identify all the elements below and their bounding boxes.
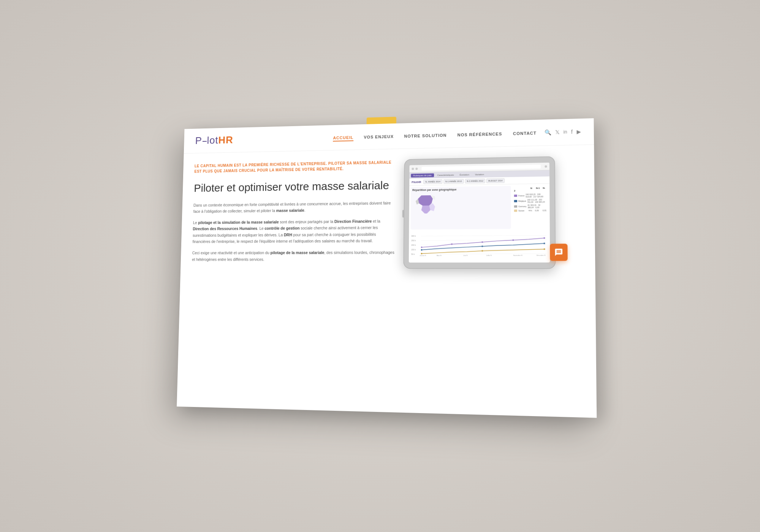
legend-color-3	[514, 205, 517, 207]
nav-item-enjeux[interactable]: VOS ENJEUX	[364, 133, 394, 140]
search-icon[interactable]: 🔍	[545, 129, 551, 135]
svg-point-15	[421, 249, 423, 251]
svg-text:200 k: 200 k	[411, 244, 416, 246]
svg-line-7	[421, 245, 546, 245]
nav-item-contact[interactable]: CONTACT	[513, 129, 537, 136]
legend-row-1: France 240 918,20 249 519,60 217 324,60	[514, 193, 546, 198]
legend-val-3: 61 303,31 32 380,04 0,00	[528, 204, 547, 209]
nav-item-accueil[interactable]: ACCUEIL	[333, 134, 353, 141]
svg-point-10	[421, 247, 423, 248]
twitter-icon[interactable]: 𝕏	[555, 129, 560, 135]
tablet-chart-area: 300 k 250 k 200 k 150 k 50 k	[409, 230, 550, 258]
svg-point-17	[543, 242, 545, 244]
headline: Piloter et optimiser votre masse salaria…	[194, 178, 397, 195]
nav-item-solution[interactable]: NOTRE SOLUTION	[404, 131, 447, 139]
legend-row-4: Suisse 44 k 0,00 0,01	[514, 209, 546, 212]
right-column: Rubriques de paie Caractéristiques Évolu…	[404, 156, 560, 269]
tablet-legend: N N-1 N-2 France 240 918,20 249 519,60 2…	[513, 185, 548, 229]
svg-text:50 k: 50 k	[411, 253, 415, 255]
tablet-stat-2: N-1 ANNÉE 2013	[443, 179, 464, 184]
legend-color-4	[514, 209, 517, 212]
paragraph-2: Le pilotage et la simulation de la masse…	[192, 218, 396, 245]
tablet-tab-caracteristiques[interactable]: Caractéristiques	[435, 173, 456, 177]
france-map-svg	[415, 192, 437, 219]
nav-link-contact[interactable]: CONTACT	[513, 131, 537, 136]
legend-label-germany: Germany	[518, 205, 526, 207]
tablet-tab-rubriques[interactable]: Rubriques de paie	[411, 173, 434, 177]
dot-1	[412, 168, 414, 170]
nav-link-enjeux[interactable]: VOS ENJEUX	[364, 134, 394, 139]
svg-text:300 k: 300 k	[411, 235, 416, 237]
svg-text:Juillet N: Juillet N	[486, 255, 492, 256]
logo-pilot-text: Plot	[195, 135, 218, 147]
tablet-logo: PilotHR	[412, 180, 421, 183]
svg-text:250 k: 250 k	[411, 240, 416, 242]
tablet-stat-4: BUDGET 2014	[486, 178, 505, 183]
legend-val-2: 160 111,30 202 761,00 130 684,24	[527, 198, 546, 203]
linkedin-icon[interactable]: in	[564, 129, 567, 135]
svg-point-20	[544, 249, 545, 250]
legend-label-belgique: Belgique	[518, 200, 526, 202]
legend-color-1	[514, 195, 517, 197]
legend-label-suisse: Suisse	[518, 209, 524, 212]
paragraph-3: Ceci exige une réactivité et une anticip…	[192, 249, 396, 263]
tablet-map-title: Répartition par zone géographique	[411, 186, 511, 193]
dot-3	[545, 165, 547, 168]
legend-val-1: 240 918,20 249 519,60 217 324,60	[526, 193, 546, 198]
nav-item-references[interactable]: NOS RÉFÉRENCES	[458, 130, 502, 138]
svg-line-6	[421, 240, 546, 241]
tablet-tab-evolution[interactable]: Évolution	[458, 173, 472, 177]
svg-point-12	[481, 241, 483, 243]
svg-point-13	[512, 239, 514, 241]
main-content: LE CAPITAL HUMAIN EST LA PREMIÈRE RICHES…	[180, 145, 595, 277]
svg-text:Janvier N: Janvier N	[420, 255, 426, 256]
card: Plot HR ACCUEIL VOS ENJEUX NOTRE SOLUTIO…	[177, 118, 597, 418]
facebook-icon[interactable]: f	[571, 129, 573, 135]
svg-point-19	[481, 250, 483, 252]
svg-text:Juin N: Juin N	[463, 255, 468, 256]
legend-val-4: 44 k 0,00 0,01	[529, 209, 547, 212]
nav-link-accueil[interactable]: ACCUEIL	[333, 135, 353, 142]
logo-hr-text: HR	[218, 134, 233, 146]
nav-link-solution[interactable]: NOTRE SOLUTION	[404, 133, 447, 138]
tablet-stats: N. ANNÉE 2014 N-1 ANNÉE 2013 N-2 ANNÉE 2…	[423, 178, 505, 184]
tablet-map-area: Répartition par zone géographique	[409, 184, 550, 231]
tablet-stat-1: N. ANNÉE 2014	[423, 179, 442, 184]
dot-2	[415, 168, 418, 170]
svg-text:Septembre N: Septembre N	[513, 255, 522, 256]
left-column: LE CAPITAL HUMAIN EST LA PREMIÈRE RICHES…	[192, 160, 397, 269]
paragraph-1: Dans un contexte économique en forte com…	[193, 200, 397, 215]
tablet-line-chart: 300 k 250 k 200 k 150 k 50 k	[410, 232, 548, 256]
svg-point-11	[451, 244, 453, 245]
chat-icon	[554, 248, 563, 257]
tagline: LE CAPITAL HUMAIN EST LA PREMIÈRE RICHES…	[194, 160, 397, 174]
page-wrapper: Plot HR ACCUEIL VOS ENJEUX NOTRE SOLUTIO…	[0, 0, 760, 532]
tablet-mockup: Rubriques de paie Caractéristiques Évolu…	[404, 156, 556, 269]
svg-point-18	[421, 253, 422, 254]
svg-line-5	[421, 235, 546, 236]
legend-label-france: France	[518, 195, 524, 197]
nav-link-references[interactable]: NOS RÉFÉRENCES	[458, 131, 502, 137]
legend-row-3: Germany 61 303,31 32 380,04 0,00	[514, 204, 546, 209]
nav-links: ACCUEIL VOS ENJEUX NOTRE SOLUTION NOS RÉ…	[333, 129, 537, 141]
logo[interactable]: Plot HR	[195, 134, 233, 147]
youtube-icon[interactable]: ▶	[576, 128, 581, 135]
tablet-stat-3: N-2 ANNÉE 2012	[465, 179, 485, 184]
svg-text:150 k: 150 k	[411, 249, 416, 250]
svg-point-16	[481, 245, 483, 247]
nav-icons: 🔍 𝕏 in f ▶	[545, 128, 581, 135]
tablet-screen: Rubriques de paie Caractéristiques Évolu…	[409, 163, 550, 263]
svg-text:Décembre N: Décembre N	[537, 255, 545, 256]
tablet-tab-variation[interactable]: Variation	[473, 173, 486, 177]
svg-line-9	[421, 254, 546, 254]
legend-row-2: Belgique 160 111,30 202 761,00 130 684,2…	[514, 198, 546, 203]
chat-button[interactable]	[550, 244, 568, 261]
svg-point-14	[543, 237, 545, 239]
card-inner: Plot HR ACCUEIL VOS ENJEUX NOTRE SOLUTIO…	[177, 118, 597, 418]
tablet-side-button	[402, 210, 404, 217]
svg-text:Mars N: Mars N	[437, 255, 442, 256]
legend-color-2	[514, 200, 517, 202]
tablet-map: Répartition par zone géographique	[410, 186, 511, 230]
